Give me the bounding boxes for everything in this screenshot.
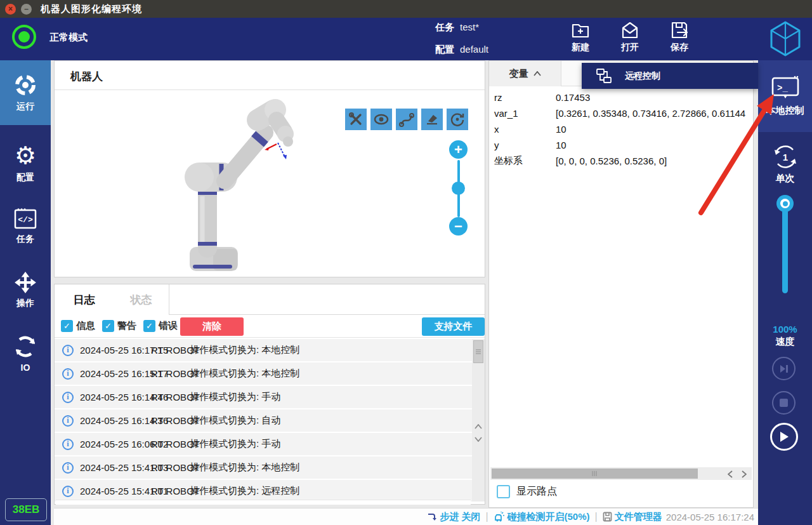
plus-icon: + xyxy=(454,142,462,158)
log-scroll-up-button[interactable] xyxy=(473,422,483,432)
run-icon xyxy=(13,73,37,97)
task-value: test* xyxy=(460,22,479,32)
chevron-down-icon xyxy=(475,437,482,442)
variable-value: [0.3261, 0.35348, 0.73416, 2.72866, 0.61… xyxy=(556,108,746,119)
variable-value: 0.17453 xyxy=(556,92,590,103)
speed-label: 速度 xyxy=(758,336,812,348)
sidebar-item-io[interactable]: IO xyxy=(0,322,51,385)
play-button[interactable] xyxy=(770,423,798,451)
view-erase-button[interactable] xyxy=(421,109,443,130)
sidebar-item-operate[interactable]: 操作 xyxy=(0,258,51,322)
scroll-left-button[interactable] xyxy=(725,469,735,479)
log-row[interactable]: i 2024-05-25 15:41:01 RT ROBOT 操作模式切换为: … xyxy=(55,480,472,502)
variable-name: rz xyxy=(494,92,502,103)
support-file-button[interactable]: 支持文件 xyxy=(422,317,485,336)
robot-arm-3d-view[interactable] xyxy=(162,95,302,279)
sidebar-item-run[interactable]: 运行 xyxy=(0,60,51,125)
save-task-button[interactable]: 保存 xyxy=(665,20,693,53)
collision-detection-status[interactable]: 碰撞检测开启(50%) xyxy=(494,511,590,523)
variable-row[interactable]: var_1 [0.3261, 0.35348, 0.73416, 2.72866… xyxy=(489,105,753,121)
mode-status-icon xyxy=(11,23,37,50)
window-close-button[interactable]: × xyxy=(5,4,16,15)
view-tools-button[interactable] xyxy=(345,109,367,130)
variable-name: y xyxy=(494,140,499,150)
view-visibility-button[interactable] xyxy=(370,109,392,130)
log-message: 操作模式切换为: 本地控制 xyxy=(190,368,299,380)
scroll-right-button[interactable] xyxy=(739,469,749,479)
variable-row[interactable]: x 10 xyxy=(489,121,753,137)
error-checkbox[interactable]: ✓ xyxy=(143,320,155,332)
view-reset-rotate-button[interactable] xyxy=(447,109,468,130)
variable-row[interactable]: 坐标系 [0, 0, 0, 0.5236, 0.5236, 0] xyxy=(489,153,753,169)
zoom-out-button[interactable]: − xyxy=(449,217,468,236)
move-arrows-icon xyxy=(13,271,37,294)
zoom-in-button[interactable]: + xyxy=(449,140,468,159)
tab-status[interactable]: 状态 xyxy=(114,284,169,315)
chevron-up-icon xyxy=(475,424,482,429)
variable-name: x xyxy=(494,124,499,135)
log-message: 操作模式切换为: 本地控制 xyxy=(190,344,299,356)
collision-detection-label: 碰撞检测开启(50%) xyxy=(508,511,590,523)
filter-warning[interactable]: ✓ 警告 xyxy=(102,320,136,332)
mode-label: 正常模式 xyxy=(49,32,88,44)
sidebar-item-config[interactable]: ⚙ 配置 xyxy=(0,131,51,195)
info-icon: i xyxy=(62,462,74,474)
io-cycle-icon xyxy=(13,335,37,359)
new-task-button[interactable]: 新建 xyxy=(566,20,594,53)
filter-error-label: 错误 xyxy=(159,320,178,332)
log-list[interactable]: i 2024-05-25 16:17:15 RT ROBOT 操作模式切换为: … xyxy=(55,339,472,502)
speed-slider-thumb[interactable] xyxy=(776,195,794,212)
local-control-button[interactable]: >_ 本地控制 xyxy=(758,60,812,132)
log-message: 操作模式切换为: 本地控制 xyxy=(190,462,299,474)
chevron-left-icon xyxy=(728,470,733,478)
step-next-button[interactable] xyxy=(772,357,796,380)
log-row[interactable]: i 2024-05-25 16:17:15 RT ROBOT 操作模式切换为: … xyxy=(55,339,472,362)
code-window-icon: </> xyxy=(13,208,37,230)
open-task-button[interactable]: 打开 xyxy=(616,20,644,53)
log-horizontal-scroll-area[interactable] xyxy=(56,500,471,505)
log-row[interactable]: i 2024-05-25 16:06:02 RT ROBOT 操作模式切换为: … xyxy=(55,433,472,456)
log-scrollbar-track[interactable] xyxy=(472,339,485,502)
window-minimize-button[interactable]: – xyxy=(21,4,32,15)
step-mode-status[interactable]: 步进 关闭 xyxy=(427,511,480,523)
sidebar-item-label: 配置 xyxy=(16,172,34,183)
speed-slider-track[interactable] xyxy=(782,201,788,293)
sidebar-item-label: 任务 xyxy=(16,234,34,245)
tab-log[interactable]: 日志 xyxy=(55,284,114,315)
left-sidebar: 运行 ⚙ 配置 </> 任务 操作 xyxy=(0,60,51,525)
log-scroll-down-button[interactable] xyxy=(473,434,483,444)
log-row[interactable]: i 2024-05-25 16:14:46 RT ROBOT 操作模式切换为: … xyxy=(55,386,472,409)
info-checkbox[interactable]: ✓ xyxy=(61,320,73,332)
filter-info-label: 信息 xyxy=(76,320,95,332)
variable-row[interactable]: y 10 xyxy=(489,137,753,153)
variables-hscroll-thumb[interactable] xyxy=(492,469,698,479)
variables-collapse-tab[interactable]: 变量 xyxy=(489,61,561,86)
variable-row[interactable]: rz 0.17453 xyxy=(489,90,753,105)
info-icon: i xyxy=(62,392,74,403)
file-manager-label: 文件管理器 xyxy=(615,511,662,523)
sidebar-item-task[interactable]: </> 任务 xyxy=(0,195,51,258)
control-mode-dropdown-item-remote[interactable]: 远程控制 xyxy=(582,63,758,89)
info-icon: i xyxy=(62,486,74,497)
log-row[interactable]: i 2024-05-25 16:15:17 RT ROBOT 操作模式切换为: … xyxy=(55,362,472,386)
show-waypoints-checkbox[interactable] xyxy=(497,485,510,498)
path-waypoints-icon xyxy=(399,112,414,127)
window-title: 机器人图形化编程环境 xyxy=(41,3,142,15)
log-scrollbar-thumb[interactable] xyxy=(473,340,483,363)
single-run-button[interactable]: 1 单次 xyxy=(758,135,812,192)
warning-checkbox[interactable]: ✓ xyxy=(102,320,114,332)
filter-info[interactable]: ✓ 信息 xyxy=(61,320,95,332)
stop-button[interactable] xyxy=(772,391,796,415)
clear-log-button[interactable]: 清除 xyxy=(180,317,244,336)
show-waypoints-row[interactable]: 显示路点 xyxy=(497,485,557,498)
skip-next-icon xyxy=(779,364,789,373)
tools-icon xyxy=(349,112,363,126)
step-mode-label: 步进 关闭 xyxy=(440,511,480,523)
robot-id-badge[interactable]: 38EB xyxy=(5,498,47,521)
log-row[interactable]: i 2024-05-25 16:14:36 RT ROBOT 操作模式切换为: … xyxy=(55,409,472,433)
view-path-button[interactable] xyxy=(396,109,417,130)
file-manager-button[interactable]: 文件管理器 xyxy=(603,511,662,523)
filter-error[interactable]: ✓ 错误 xyxy=(143,320,178,332)
zoom-slider-thumb[interactable] xyxy=(452,182,465,195)
log-row[interactable]: i 2024-05-25 15:41:03 RT ROBOT 操作模式切换为: … xyxy=(55,456,472,480)
